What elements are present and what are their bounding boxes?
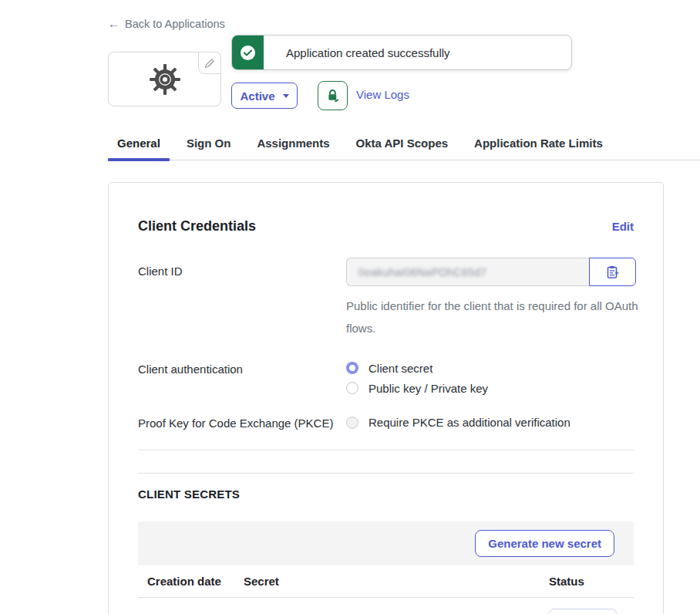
- tab-application-rate-limits[interactable]: Application Rate Limits: [465, 137, 612, 160]
- app-status-dropdown[interactable]: Active: [231, 83, 298, 109]
- client-authentication-label: Client authentication: [138, 362, 346, 395]
- column-header-secret: Secret: [244, 575, 549, 588]
- check-circle-icon: [241, 46, 255, 60]
- client-id-field: 0oakuhaI06NaPOhC65d7: [346, 258, 589, 286]
- toast-status-strip: [232, 35, 264, 69]
- generate-new-secret-button[interactable]: Generate new secret: [475, 530, 614, 557]
- client-secrets-heading: CLIENT SECRETS: [138, 487, 634, 501]
- radio-unselected-icon[interactable]: [346, 382, 358, 394]
- secrets-table-header: Creation date Secret Status: [138, 565, 634, 598]
- pkce-option-label: Require PKCE as additional verification: [369, 416, 570, 429]
- edit-logo-button[interactable]: [198, 52, 221, 74]
- back-to-applications-link[interactable]: ← Back to Applications: [108, 17, 225, 30]
- pencil-icon: [204, 58, 215, 69]
- toast-message: Application created successfully: [264, 35, 450, 69]
- back-arrow-icon: ←: [108, 17, 119, 30]
- client-id-help-text: Public identifier for the client that is…: [346, 295, 643, 340]
- lock-icon: [325, 88, 341, 103]
- success-toast: Application created successfully: [231, 35, 572, 70]
- app-logo-tile: [108, 52, 221, 106]
- client-secret-option-label: Client secret: [369, 362, 432, 375]
- view-logs-link[interactable]: View Logs: [356, 88, 409, 101]
- radio-selected-icon[interactable]: [346, 362, 358, 374]
- chevron-down-icon: [283, 94, 289, 98]
- client-id-row: Client ID 0oakuhaI06NaPOhC65d7: [138, 258, 634, 340]
- tab-sign-on[interactable]: Sign On: [177, 137, 241, 160]
- edit-client-credentials-link[interactable]: Edit: [612, 220, 634, 233]
- back-link-label: Back to Applications: [125, 18, 225, 30]
- public-private-key-option-label: Public key / Private key: [369, 382, 488, 395]
- copy-clipboard-icon: [606, 265, 619, 279]
- tab-assignments[interactable]: Assignments: [247, 137, 338, 160]
- pkce-row: Proof Key for Code Exchange (PKCE) Requi…: [138, 416, 634, 430]
- column-header-creation-date: Creation date: [138, 575, 244, 588]
- checkbox-unchecked-icon[interactable]: [346, 417, 358, 429]
- client-authentication-row: Client authentication Client secret Publ…: [138, 362, 634, 395]
- column-header-status: Status: [549, 575, 634, 588]
- copy-client-id-button[interactable]: [589, 258, 636, 286]
- general-settings-card: Client Credentials Edit Client ID 0oakuh…: [108, 182, 664, 614]
- client-secret-option[interactable]: Client secret: [346, 362, 488, 375]
- tab-okta-api-scopes[interactable]: Okta API Scopes: [347, 137, 458, 160]
- client-secrets-table: Generate new secret Creation date Secret…: [138, 521, 634, 614]
- pkce-label: Proof Key for Code Exchange (PKCE): [138, 416, 346, 430]
- public-private-key-option[interactable]: Public key / Private key: [346, 382, 488, 395]
- section-divider: [138, 473, 634, 474]
- tab-general[interactable]: General: [108, 137, 170, 160]
- client-id-label: Client ID: [138, 258, 346, 340]
- client-credentials-heading: Client Credentials: [138, 218, 256, 234]
- secret-status-dropdown[interactable]: Active: [549, 609, 617, 614]
- pkce-option[interactable]: Require PKCE as additional verification: [346, 416, 570, 430]
- secrets-table-toolbar: Generate new secret: [138, 521, 634, 565]
- app-status-label: Active: [240, 89, 274, 103]
- section-divider: [138, 450, 634, 450]
- client-id-value: 0oakuhaI06NaPOhC65d7: [358, 266, 486, 278]
- lock-policy-button[interactable]: [318, 81, 348, 110]
- gear-icon: [149, 63, 181, 96]
- app-tabbar: General Sign On Assignments Okta API Sco…: [108, 137, 700, 160]
- secret-table-row: Dec 13, 2024 •••••••••••••••••••••••••••…: [138, 598, 634, 614]
